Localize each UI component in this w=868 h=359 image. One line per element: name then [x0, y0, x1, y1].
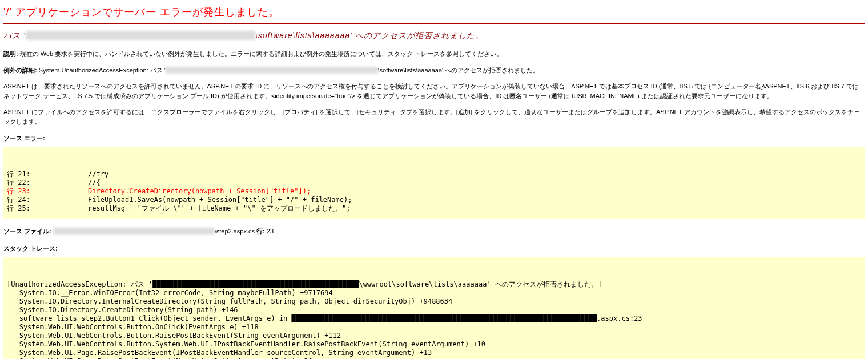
source-file-label: ソース ファイル: — [3, 228, 53, 235]
exception-details-prefix: System.UnauthorizedAccessException: パス ' — [39, 67, 166, 74]
description-text: 現在の Web 要求を実行中に、ハンドルされていない例外が発生しました。エラーに… — [20, 50, 503, 57]
source-file-row: ソース ファイル: x:\xxxx\xxxxxxx\xxxxx\xxxxxxxx… — [3, 227, 865, 236]
source-file-redacted: x:\xxxx\xxxxxxx\xxxxx\xxxxxxxxxx\xxx\xxx… — [53, 228, 215, 235]
subtitle-prefix: パス ' — [3, 31, 26, 40]
description-label: 説明: — [3, 50, 20, 57]
source-file-line-no: 23 — [267, 228, 274, 235]
source-file-visible: \step2.aspx.cs — [215, 228, 255, 235]
exception-details-redacted: x:xxxxxxxxxxxxxxxxxxxxxxxxxxxxxxxxxxxxxx… — [166, 67, 378, 74]
aspnet-explain-1: ASP.NET は、要求されたリソースへのアクセスを許可されていません。ASP.… — [3, 82, 865, 100]
source-error-codebox: 行 21: //try 行 22: //{ 行 23: Directory.Cr… — [3, 147, 865, 219]
title-divider — [3, 23, 865, 24]
stack-trace-label: スタック トレース: — [3, 244, 865, 253]
subtitle-redacted-path: x:\xxxx\xxxxxxx\xxxxx\xxxxxxxxxx\xxxxxxx… — [26, 31, 255, 40]
description-row: 説明: 現在の Web 要求を実行中に、ハンドルされていない例外が発生しました。… — [3, 49, 865, 59]
exception-details-label: 例外の詳細: — [3, 67, 39, 74]
error-subtitle: パス 'x:\xxxx\xxxxxxx\xxxxx\xxxxxxxxxx\xxx… — [3, 31, 865, 41]
source-file-line-label: 行: — [255, 228, 267, 235]
stack-trace-codebox: [UnauthorizedAccessException: パス '██████… — [3, 257, 865, 359]
source-error-label: ソース エラー: — [3, 134, 865, 143]
aspnet-explain-2: ASP.NET にファイルへのアクセスを許可するには、エクスプローラーでファイル… — [3, 107, 865, 126]
subtitle-visible-path: \software\lists\aaaaaaa' へのアクセスが拒否されました。 — [255, 31, 484, 40]
exception-details-suffix: \software\lists\aaaaaaa' へのアクセスが拒否されました。 — [378, 67, 540, 74]
exception-details-row: 例外の詳細: System.UnauthorizedAccessExceptio… — [3, 66, 865, 75]
page-title: '/' アプリケーションでサーバー エラーが発生しました。 — [3, 6, 865, 19]
